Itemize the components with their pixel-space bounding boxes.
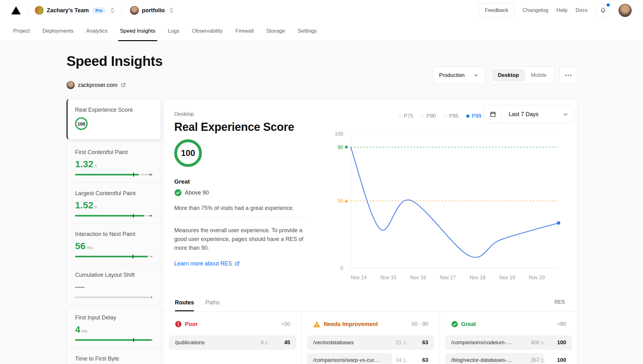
category-poor: Poor<50/publications845 [164,312,301,364]
metric-title: Cumulative Layout Shift [75,272,152,278]
tab-deployments[interactable]: Deployments [42,21,73,41]
route-row[interactable]: /blog/vector-databases-…357100 [445,353,572,364]
res-score-ring: 100 [174,139,202,167]
tab-firewall[interactable]: Firewall [235,21,254,41]
metric-value-row: 1.52s [75,200,152,211]
domain-name: zackproser.com [78,82,117,88]
percentile-label: P75 [404,113,413,119]
metric-card-interaction-to-next-paint[interactable]: Interaction to Next Paint56ms [67,223,160,264]
warning-triangle-icon [313,321,321,328]
docs-link[interactable]: Docs [575,7,588,13]
metric-title: First Contentful Paint [75,149,152,156]
panel-heading: Real Experience Score [174,120,294,134]
route-row-content: /publications845 [169,335,296,350]
res-unit-label: RES [554,299,565,305]
external-link-icon [121,83,126,88]
route-path: /comparisons/codeium-… [451,340,525,346]
top-header: Zachary's Team Pro portfolio Feedback Ch… [0,0,643,21]
route-row[interactable]: /comparisons/codeium-…600100 [445,335,572,350]
tab-logs[interactable]: Logs [168,21,180,41]
tab-project[interactable]: Project [13,21,30,41]
y-tick-label: 100 [335,131,343,136]
x-tick-label: Nov 19 [499,275,515,280]
route-row[interactable]: /comparisons/warp-vs-cur…1463 [307,353,434,364]
domain-link[interactable]: zackproser.com [67,81,126,89]
environment-select[interactable]: Production [433,67,485,84]
bar-segment-dark [149,215,152,217]
metric-card-group: First Contentful Paint1.32sLargest Conte… [67,141,161,305]
route-score: 63 [413,340,428,346]
calendar-icon [489,111,496,118]
device-desktop-button[interactable]: Desktop [492,69,525,82]
metric-value-row: — [75,281,152,292]
tab-routes[interactable]: Routes [175,294,194,311]
vercel-logo-icon[interactable] [11,6,21,14]
category-range: 50 - 90 [412,321,428,327]
date-range-value: Last 7 Days [502,111,563,118]
bar-value-tick [133,338,134,342]
metric-unit: s [95,163,97,168]
metric-card-first-input-delay[interactable]: First Input Delay4ms [67,307,160,348]
y-tick-label: 50 [338,198,343,204]
project-avatar [130,6,139,15]
metric-card-first-contentful-paint[interactable]: First Contentful Paint1.32s [67,142,160,182]
route-row[interactable]: /publications845 [169,335,296,350]
page-controls: Production Desktop Mobile [433,67,577,84]
calendar-button[interactable] [484,105,502,123]
notifications-button[interactable] [596,3,610,18]
route-visitor-count: 21 [387,340,407,345]
percentile-p90[interactable]: P90 [421,113,436,119]
date-range-select[interactable]: Last 7 Days [484,105,574,123]
route-visitor-count: 600 [525,340,545,345]
breadcrumb-team[interactable]: Zachary's Team Pro [35,6,116,15]
project-name: portfolio [142,7,165,14]
rating-detail-row: Above 90 [174,189,209,196]
metric-card-group: First Input Delay4msTime to First Byte [67,307,161,364]
tab-observability[interactable]: Observability [192,21,223,41]
device-toggle: Desktop Mobile [490,67,554,84]
metric-card-cumulative-layout-shift[interactable]: Cumulative Layout Shift— [67,264,160,305]
bar-segment-dark [151,297,152,298]
percentile-p75[interactable]: P75 [398,113,413,119]
breadcrumb-project[interactable]: portfolio [130,6,175,15]
metric-value-row: 56ms [75,241,152,251]
percentile-p95[interactable]: P95 [444,113,459,119]
route-path: /comparisons/warp-vs-cur… [313,357,386,363]
notification-dot [606,3,610,7]
divider [174,218,304,218]
route-row[interactable]: /vectordatabases2163 [307,335,434,350]
metric-value: 1.52 [75,200,93,211]
bar-value-tick [133,214,134,218]
tab-analytics[interactable]: Analytics [86,21,107,41]
tab-speed-insights[interactable]: Speed Insights [120,21,155,41]
metric-card-largest-contentful-paint[interactable]: Largest Contentful Paint1.52s [67,182,160,223]
device-mobile-button[interactable]: Mobile [525,69,553,82]
user-avatar[interactable] [619,4,632,17]
metric-title: Interaction to Next Paint [75,231,152,238]
help-link[interactable]: Help [556,7,567,13]
ellipsis-icon [565,75,566,76]
routes-tabs-bar: RoutesPaths RES [164,294,577,312]
metric-value: 4 [75,324,80,335]
team-selector-icon[interactable] [109,6,116,15]
tab-settings[interactable]: Settings [298,21,317,41]
metric-card-real-experience-score[interactable]: Real Experience Score100 [68,99,160,139]
tab-paths[interactable]: Paths [205,294,220,311]
route-row-content: /blog/vector-databases-…357100 [445,353,572,364]
learn-more-link[interactable]: Learn more about RES [174,260,240,267]
changelog-link[interactable]: Changelog [522,7,548,13]
feedback-button[interactable]: Feedback [479,3,514,18]
tab-storage[interactable]: Storage [266,21,285,41]
metric-unit: ms [82,329,88,334]
summary-text: More than 75% of visits had a great expe… [174,205,294,211]
metric-threshold-bar [75,173,152,177]
percentile-p99[interactable]: P99 [466,113,481,119]
more-options-button[interactable] [559,67,577,84]
metric-score-ring: 100 [75,117,88,130]
percentile-label: P90 [426,113,436,119]
route-score: 45 [275,340,290,346]
project-selector-icon[interactable] [168,6,175,15]
metric-title: Real Experience Score [75,107,152,113]
metric-card-time-to-first-byte[interactable]: Time to First Byte [67,348,160,364]
bar-segment-green [75,215,144,217]
